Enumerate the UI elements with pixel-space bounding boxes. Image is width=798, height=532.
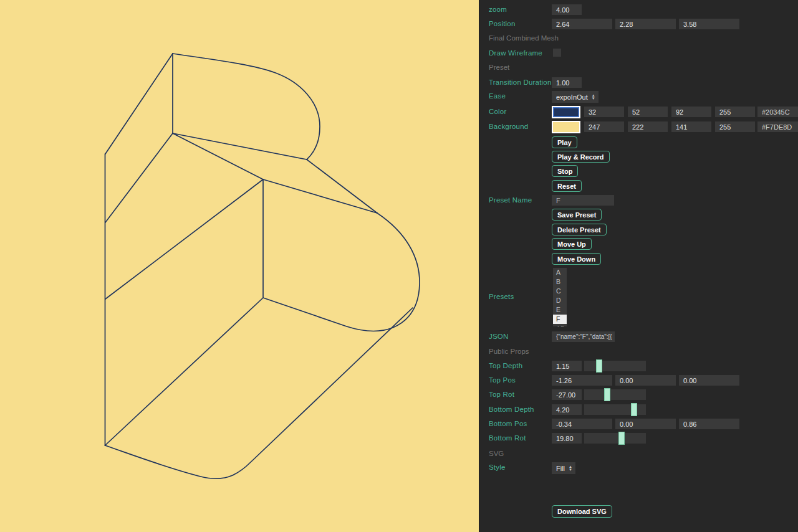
- color-a-input[interactable]: [715, 107, 755, 117]
- row-json: JSON {"name":"F","data":[{: [479, 331, 798, 345]
- top-pos-z-input[interactable]: [679, 375, 739, 386]
- json-label: JSON: [489, 333, 508, 340]
- style-select-value: Fill: [556, 465, 565, 472]
- row-preset-header: Preset: [479, 62, 798, 76]
- play-record-button[interactable]: Play & Record: [552, 151, 610, 163]
- presets-listbox[interactable]: A B C D E F AB: [553, 268, 567, 326]
- move-down-button[interactable]: Move Down: [552, 253, 601, 265]
- top-rot-slider-handle[interactable]: [604, 388, 610, 401]
- style-select[interactable]: Fill ▲▼: [552, 462, 575, 474]
- row-ease: Ease expoInOut ▲▼: [479, 91, 798, 105]
- json-input[interactable]: {"name":"F","data":[{: [552, 331, 615, 342]
- control-panel: zoom Position Final Combined Mesh Draw W…: [479, 0, 798, 532]
- row-final-combined-mesh: Final Combined Mesh: [479, 33, 798, 47]
- save-preset-button[interactable]: Save Preset: [552, 209, 602, 221]
- row-bottom-rot: Bottom Rot: [479, 433, 798, 447]
- row-top-depth: Top Depth: [479, 361, 798, 374]
- top-depth-label: Top Depth: [489, 362, 522, 369]
- row-color: Color: [479, 107, 798, 120]
- color-swatch[interactable]: [552, 106, 580, 118]
- preset-list-item[interactable]: A: [553, 268, 567, 277]
- app-window: zoom Position Final Combined Mesh Draw W…: [0, 0, 798, 532]
- download-svg-button[interactable]: Download SVG: [552, 505, 612, 518]
- bottom-depth-slider-handle[interactable]: [631, 403, 637, 416]
- background-a-input[interactable]: [715, 121, 755, 132]
- top-depth-input[interactable]: [552, 361, 582, 371]
- render-canvas[interactable]: [0, 0, 479, 532]
- zoom-label: zoom: [489, 6, 507, 13]
- row-style: Style Fill ▲▼: [479, 462, 798, 476]
- top-rot-slider[interactable]: [584, 389, 646, 400]
- bottom-depth-input[interactable]: [552, 404, 582, 415]
- delete-preset-button[interactable]: Delete Preset: [552, 224, 607, 235]
- row-zoom: zoom: [479, 4, 798, 18]
- background-b-input[interactable]: [671, 121, 711, 132]
- preset-name-input[interactable]: [552, 195, 614, 206]
- final-combined-mesh-header: Final Combined Mesh: [489, 34, 559, 42]
- position-label: Position: [489, 20, 516, 27]
- top-pos-y-input[interactable]: [615, 375, 676, 386]
- color-b-input[interactable]: [671, 107, 711, 117]
- row-bottom-pos: Bottom Pos: [479, 419, 798, 432]
- bottom-depth-label: Bottom Depth: [489, 406, 534, 413]
- move-up-button[interactable]: Move Up: [552, 238, 592, 250]
- bottom-rot-label: Bottom Rot: [489, 434, 526, 442]
- row-top-rot: Top Rot: [479, 389, 798, 403]
- color-label: Color: [489, 108, 506, 115]
- zoom-input[interactable]: [552, 4, 582, 15]
- preset-list-item-selected[interactable]: F: [553, 315, 567, 324]
- bottom-rot-slider-handle[interactable]: [618, 432, 625, 445]
- background-r-input[interactable]: [584, 121, 624, 132]
- draw-wireframe-label: Draw Wireframe: [489, 49, 542, 57]
- bottom-pos-label: Bottom Pos: [489, 420, 527, 427]
- top-pos-x-input[interactable]: [552, 375, 612, 386]
- select-arrows-icon: ▲▼: [592, 94, 595, 100]
- transition-duration-label: Transition Duration: [489, 78, 552, 86]
- preset-list-item[interactable]: E: [553, 305, 567, 315]
- row-bottom-depth: Bottom Depth: [479, 404, 798, 418]
- row-transition-duration: Transition Duration: [479, 77, 798, 91]
- row-position: Position: [479, 19, 798, 32]
- ease-select[interactable]: expoInOut ▲▼: [552, 91, 598, 103]
- bottom-depth-slider[interactable]: [584, 404, 646, 415]
- presets-label: Presets: [489, 293, 514, 300]
- play-button[interactable]: Play: [552, 136, 577, 148]
- position-z-input[interactable]: [679, 19, 739, 29]
- bottom-rot-slider[interactable]: [584, 433, 646, 444]
- preset-list-item[interactable]: C: [553, 287, 567, 296]
- background-label: Background: [489, 123, 528, 130]
- preset-name-label: Preset Name: [489, 196, 532, 204]
- top-depth-slider-handle[interactable]: [596, 359, 602, 373]
- row-presets: Presets A B C D E F AB: [479, 268, 798, 326]
- row-public-props: Public Props: [479, 346, 798, 360]
- bottom-pos-z-input[interactable]: [679, 419, 739, 429]
- row-background: Background: [479, 121, 798, 135]
- reset-button[interactable]: Reset: [552, 180, 582, 192]
- select-arrows-icon: ▲▼: [569, 465, 572, 471]
- background-hex-input[interactable]: [757, 121, 798, 132]
- public-props-header: Public Props: [489, 348, 529, 355]
- position-y-input[interactable]: [615, 19, 676, 29]
- preset-list-item[interactable]: D: [553, 296, 567, 305]
- bottom-pos-x-input[interactable]: [552, 419, 612, 429]
- color-g-input[interactable]: [628, 107, 668, 117]
- bottom-rot-input[interactable]: [552, 433, 582, 444]
- background-swatch[interactable]: [552, 121, 580, 133]
- color-r-input[interactable]: [584, 107, 624, 117]
- stop-button[interactable]: Stop: [552, 165, 578, 177]
- top-depth-slider[interactable]: [584, 361, 646, 371]
- preset-list-item[interactable]: B: [553, 277, 567, 287]
- row-preset-name: Preset Name: [479, 195, 798, 209]
- position-x-input[interactable]: [552, 19, 612, 29]
- draw-wireframe-checkbox[interactable]: [553, 49, 561, 57]
- row-svg-header: SVG: [479, 449, 798, 462]
- background-g-input[interactable]: [628, 121, 668, 132]
- bottom-pos-y-input[interactable]: [615, 419, 676, 429]
- transition-duration-input[interactable]: [552, 77, 582, 88]
- top-rot-input[interactable]: [552, 389, 582, 400]
- ease-label: Ease: [489, 92, 506, 100]
- row-draw-wireframe: Draw Wireframe: [479, 48, 798, 62]
- preset-list-item[interactable]: AB: [553, 324, 567, 326]
- color-hex-input[interactable]: [757, 107, 798, 117]
- ease-select-value: expoInOut: [556, 93, 588, 101]
